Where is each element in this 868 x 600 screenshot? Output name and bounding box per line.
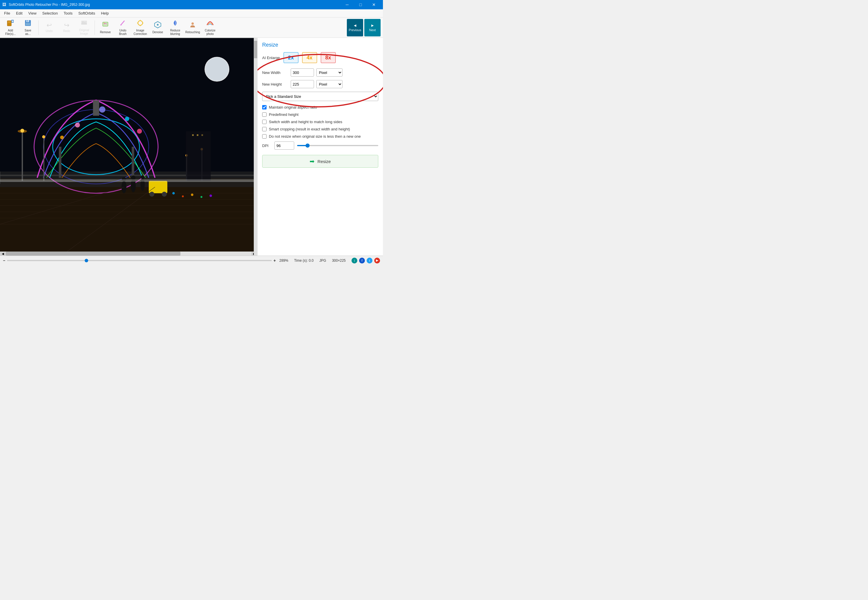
width-input[interactable]	[291, 68, 314, 77]
svg-point-15	[138, 21, 142, 25]
svg-rect-60	[149, 181, 167, 193]
colorize-button[interactable]: Colorizephoto	[202, 19, 218, 36]
menu-softorbits[interactable]: SoftOrbits	[76, 10, 98, 17]
zoom-thumb[interactable]	[85, 259, 88, 262]
scale-2x-button[interactable]: 2x	[283, 52, 299, 63]
undo-brush-icon	[119, 19, 127, 28]
horizontal-scrollbar[interactable]	[0, 252, 257, 256]
correction-label: ImageCorrection	[133, 29, 147, 36]
svg-point-61	[149, 192, 154, 197]
smart-crop-checkbox[interactable]	[262, 127, 266, 131]
resize-button[interactable]: ➡ Resize	[262, 155, 378, 168]
zoom-in-icon[interactable]: +	[274, 258, 276, 263]
window-controls: ─ □ ✕	[340, 0, 381, 9]
width-row: New Width Pixel Percent Cm Inch	[262, 68, 378, 77]
svg-point-47	[60, 136, 64, 139]
redo-icon: ↪	[64, 22, 69, 29]
vertical-scrollbar[interactable]	[254, 38, 257, 256]
height-input[interactable]	[291, 80, 314, 88]
scroll-thumb[interactable]	[6, 252, 180, 256]
width-unit-select[interactable]: Pixel Percent Cm Inch	[316, 68, 342, 77]
dpi-row: DPI	[262, 141, 378, 150]
predefined-height-checkbox[interactable]	[262, 112, 266, 117]
previous-button[interactable]: ◀ Previous	[347, 19, 363, 36]
menu-tools[interactable]: Tools	[61, 10, 76, 17]
next-button[interactable]: ▶ Next	[364, 19, 381, 36]
undo-brush-label: UndoBrush	[119, 29, 127, 36]
retouching-button[interactable]: Retouching	[184, 19, 201, 36]
aspect-ratio-checkbox[interactable]	[262, 105, 266, 109]
twitter-icon[interactable]: t	[367, 258, 372, 264]
svg-rect-25	[0, 187, 257, 255]
svg-rect-12	[103, 22, 108, 26]
scale-4x-button[interactable]: 4x	[302, 52, 317, 63]
height-unit-select[interactable]: Pixel Percent Cm Inch	[316, 80, 342, 88]
image-correction-button[interactable]: ImageCorrection	[132, 19, 148, 36]
menu-selection[interactable]: Selection	[39, 10, 60, 17]
svg-point-73	[191, 194, 194, 196]
svg-rect-5	[12, 21, 14, 21]
svg-point-45	[99, 106, 105, 113]
denoise-icon	[154, 21, 162, 30]
redo-button[interactable]: ↪ Redo	[59, 19, 75, 36]
remove-button[interactable]: Remove	[97, 19, 113, 36]
v-scroll-thumb[interactable]	[254, 41, 257, 58]
menu-view[interactable]: View	[25, 10, 39, 17]
menu-help[interactable]: Help	[98, 10, 112, 17]
add-files-button[interactable]: AddFile(s)...	[2, 19, 19, 36]
svg-point-51	[20, 129, 24, 132]
colorize-icon	[206, 19, 214, 28]
menu-file[interactable]: File	[1, 10, 13, 17]
next-icon: ▶	[371, 24, 374, 27]
maximize-button[interactable]: □	[354, 0, 367, 9]
resize-title: Resize	[262, 42, 378, 48]
canvas-area[interactable]: ◀ ▶	[0, 38, 257, 256]
canvas-image	[0, 38, 257, 256]
height-label: New Height	[262, 82, 288, 86]
svg-rect-70	[201, 134, 203, 136]
no-resize-checkbox[interactable]	[262, 134, 266, 139]
ai-enlarge-row: AI Enlarge 2x 4x 8x	[262, 52, 378, 63]
predefined-height-label: Predefined height	[269, 112, 299, 117]
save-as-label: Saveas...	[25, 29, 32, 36]
aspect-ratio-checkbox-row: Maintain original aspect ratio	[262, 105, 378, 109]
reduce-blur-label: Reduceblurring	[170, 29, 180, 36]
title-text: SoftOrbits Photo Retoucher Pro - IMG_295…	[9, 3, 340, 7]
undo-brush-button[interactable]: UndoBrush	[115, 19, 131, 36]
format-badge: JPG	[319, 259, 326, 262]
redo-label: Redo	[63, 29, 70, 33]
svg-rect-39	[59, 147, 61, 178]
close-button[interactable]: ✕	[367, 0, 381, 9]
dpi-thumb[interactable]	[305, 144, 310, 148]
undo-button[interactable]: ↩ Undo	[41, 19, 57, 36]
previous-label: Previous	[349, 28, 361, 32]
info-icon[interactable]: i	[351, 258, 357, 264]
svg-point-14	[104, 23, 105, 24]
svg-rect-2	[8, 23, 11, 23]
scale-8x-button[interactable]: 8x	[321, 52, 336, 63]
dpi-input[interactable]	[274, 141, 294, 150]
facebook-icon[interactable]: f	[359, 258, 365, 264]
zoom-slider[interactable]	[7, 260, 272, 261]
zoom-percent: 289%	[279, 259, 288, 262]
reduce-blur-button[interactable]: Reduceblurring	[167, 19, 183, 36]
original-image-button[interactable]: OriginalImage	[76, 19, 92, 36]
colorize-label: Colorizephoto	[205, 29, 216, 36]
svg-point-43	[205, 58, 229, 81]
status-info: Time (s): 0.0 JPG 300×225	[294, 259, 346, 262]
standard-size-select[interactable]: Pick a Standard Size 640×480 800×600 102…	[262, 92, 378, 101]
switch-wh-checkbox[interactable]	[262, 120, 266, 124]
svg-point-53	[42, 135, 45, 139]
menu-edit[interactable]: Edit	[13, 10, 25, 17]
save-as-button[interactable]: Saveas...	[20, 19, 36, 36]
svg-rect-67	[186, 131, 211, 181]
denoise-button[interactable]: Denoise	[150, 19, 166, 36]
svg-rect-1	[8, 21, 11, 22]
youtube-icon[interactable]: ▶	[374, 258, 380, 264]
minimize-button[interactable]: ─	[340, 0, 354, 9]
zoom-out-icon[interactable]: −	[3, 258, 5, 263]
svg-rect-76	[0, 179, 257, 182]
scroll-left-button[interactable]: ◀	[0, 252, 6, 256]
dpi-slider[interactable]	[297, 145, 378, 146]
height-row: New Height Pixel Percent Cm Inch	[262, 80, 378, 88]
